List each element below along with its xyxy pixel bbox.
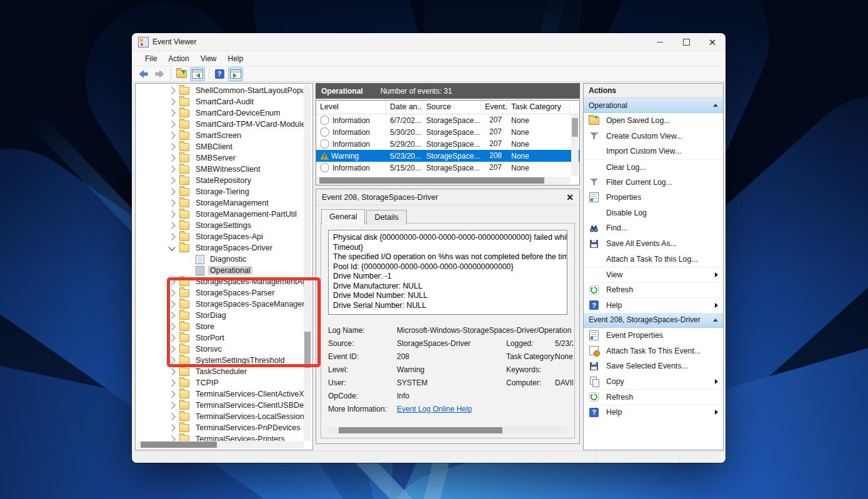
chevron-right-icon[interactable] — [168, 87, 175, 94]
tab-general[interactable]: General — [321, 209, 365, 224]
scrollbar-thumb[interactable] — [339, 427, 502, 433]
minimize-button[interactable] — [647, 33, 673, 51]
event-list-vertical-scrollbar[interactable] — [571, 114, 579, 176]
chevron-right-icon[interactable] — [168, 109, 175, 116]
tree-item-storagespaces-spacemanager[interactable]: StorageSpaces-SpaceManager — [136, 299, 304, 310]
action-item-help[interactable]: ?Help — [584, 405, 723, 420]
chevron-right-icon[interactable] — [168, 132, 175, 139]
tree-item-operational[interactable]: Operational — [136, 265, 304, 276]
action-item-view[interactable]: View — [584, 267, 723, 282]
event-log-online-help-link[interactable]: Event Log Online Help — [397, 405, 472, 413]
action-item-copy[interactable]: Copy — [584, 374, 723, 390]
tree-item-smartcard-deviceenum[interactable]: SmartCard-DeviceEnum — [136, 107, 304, 119]
chevron-right-icon[interactable] — [168, 121, 175, 127]
event-row[interactable]: Information6/7/202...StorageSpace...207N… — [316, 114, 579, 126]
action-item-import-custom-view[interactable]: Import Custom View... — [584, 144, 723, 159]
chevron-right-icon[interactable] — [168, 188, 175, 195]
open-saved-log-button[interactable] — [174, 67, 189, 81]
title-bar[interactable]: Event Viewer ✕ — [132, 33, 726, 51]
tree-item-smbwitnessclient[interactable]: SMBWitnessClient — [136, 164, 304, 175]
tree-item-taskscheduler[interactable]: TaskScheduler — [136, 366, 304, 377]
tree-item-storsvc[interactable]: Storsvc — [136, 343, 304, 355]
chevron-right-icon[interactable] — [168, 233, 175, 240]
tree-item-storagespaces-managementage[interactable]: StorageSpaces-ManagementAge — [136, 276, 304, 287]
collapse-arrow-icon[interactable] — [713, 319, 718, 322]
chevron-right-icon[interactable] — [168, 166, 175, 172]
action-item-attach-a-task-to-this-log[interactable]: Attach a Task To this Log... — [584, 251, 723, 267]
action-item-save-selected-events[interactable]: Save Selected Events... — [584, 358, 723, 374]
chevron-right-icon[interactable] — [168, 143, 175, 150]
menu-item-view[interactable]: View — [195, 52, 222, 65]
tree-item-terminalservices-clientactivexc[interactable]: TerminalServices-ClientActiveXC — [136, 388, 304, 400]
event-list-horizontal-scrollbar[interactable] — [317, 177, 571, 184]
tree-item-systemsettingsthreshold[interactable]: SystemSettingsThreshold — [136, 355, 304, 366]
tree-item-terminalservices-pnpdevices[interactable]: TerminalServices-PnPDevices — [136, 422, 304, 433]
close-detail-icon[interactable]: ✕ — [566, 193, 574, 202]
tree-item-staterepository[interactable]: StateRepository — [136, 175, 304, 186]
tree-item-terminalservices-clientusbdevic[interactable]: TerminalServices-ClientUSBDevic — [136, 400, 304, 411]
action-item-clear-log[interactable]: Clear Log... — [584, 159, 723, 175]
tree-item-smartcard-tpm-vcard-module[interactable]: SmartCard-TPM-VCard-Module — [136, 119, 304, 130]
event-row[interactable]: Information5/29/20...StorageSpace...207N… — [316, 138, 579, 150]
column-header-event[interactable]: Event... — [481, 101, 507, 114]
tree-item-smartscreen[interactable]: SmartScreen — [136, 130, 304, 141]
chevron-down-icon[interactable] — [168, 244, 175, 250]
chevron-right-icon[interactable] — [168, 312, 175, 319]
action-item-help[interactable]: ?Help — [584, 297, 723, 313]
chevron-right-icon[interactable] — [168, 278, 175, 285]
action-item-attach-task-to-this-event[interactable]: Attach Task To This Event... — [584, 343, 723, 358]
event-row[interactable]: Information5/30/20...StorageSpace...207N… — [316, 126, 579, 138]
chevron-right-icon[interactable] — [168, 323, 175, 330]
event-message-box[interactable]: Physical disk {00000000-0000-0000-0000-0… — [328, 230, 567, 315]
chevron-right-icon[interactable] — [168, 379, 175, 386]
action-item-disable-log[interactable]: Disable Log — [584, 205, 723, 221]
tree-item-storagemanagement-partutil[interactable]: StorageManagement-PartUtil — [136, 209, 304, 220]
scrollbar-thumb[interactable] — [304, 332, 311, 368]
close-button[interactable]: ✕ — [699, 33, 726, 51]
maximize-button[interactable] — [673, 33, 699, 51]
tree-item-tcpip[interactable]: TCPIP — [136, 377, 304, 388]
menu-item-action[interactable]: Action — [162, 52, 194, 65]
tree-item-storagespaces-parser[interactable]: StorageSpaces-Parser — [136, 287, 304, 299]
column-header-taskcategory[interactable]: Task Category — [507, 101, 570, 114]
column-header-datean[interactable]: Date an... — [386, 101, 422, 114]
toggle-console-tree-button[interactable] — [190, 67, 205, 81]
chevron-right-icon[interactable] — [168, 345, 175, 352]
chevron-right-icon[interactable] — [168, 402, 175, 408]
tree-item-storagesettings[interactable]: StorageSettings — [136, 220, 304, 231]
tree-item-storagespaces-api[interactable]: StorageSpaces-Api — [136, 231, 304, 242]
chevron-right-icon[interactable] — [168, 424, 175, 431]
tree-vertical-scrollbar[interactable] — [304, 85, 311, 441]
chevron-right-icon[interactable] — [168, 334, 175, 341]
chevron-right-icon[interactable] — [168, 199, 175, 206]
column-header-level[interactable]: Level — [316, 101, 386, 114]
event-row[interactable]: Warning5/23/20...StorageSpace...208None — [316, 150, 579, 162]
tree-item-storage-tiering[interactable]: Storage-Tiering — [136, 186, 304, 197]
scrollbar-thumb[interactable] — [572, 118, 578, 137]
tree-item-diagnostic[interactable]: Diagnostic — [136, 254, 304, 265]
scrollbar-thumb[interactable] — [319, 177, 544, 184]
tree-item-terminalservices-localsessionma[interactable]: TerminalServices-LocalSessionMa — [136, 411, 304, 422]
tree-item-store[interactable]: Store — [136, 321, 304, 332]
action-item-properties[interactable]: Properties — [584, 190, 723, 205]
action-item-refresh[interactable]: Refresh — [584, 282, 723, 298]
back-button[interactable] — [136, 67, 151, 81]
action-item-filter-current-log[interactable]: Filter Current Log... — [584, 174, 723, 190]
collapse-arrow-icon[interactable] — [713, 104, 718, 107]
menu-item-file[interactable]: File — [139, 52, 162, 65]
chevron-right-icon[interactable] — [168, 222, 175, 229]
action-group-header-operational[interactable]: Operational — [584, 98, 723, 113]
tree-item-terminalservices-printers[interactable]: TerminalServices-Printers — [136, 433, 304, 441]
tree-item-storagemanagement[interactable]: StorageManagement — [136, 197, 304, 209]
action-item-refresh[interactable]: Refresh — [584, 389, 723, 405]
action-item-find[interactable]: Find... — [584, 220, 723, 236]
menu-item-help[interactable]: Help — [222, 52, 249, 65]
action-item-event-properties[interactable]: Event Properties — [584, 328, 723, 343]
tree-horizontal-scrollbar[interactable] — [137, 441, 304, 448]
chevron-right-icon[interactable] — [168, 210, 175, 217]
scrollbar-thumb[interactable] — [141, 442, 217, 448]
action-item-open-saved-log[interactable]: Open Saved Log... — [584, 113, 723, 129]
tab-details[interactable]: Details — [366, 210, 406, 225]
chevron-right-icon[interactable] — [168, 98, 175, 105]
tree-item-smbclient[interactable]: SMBClient — [136, 141, 304, 152]
